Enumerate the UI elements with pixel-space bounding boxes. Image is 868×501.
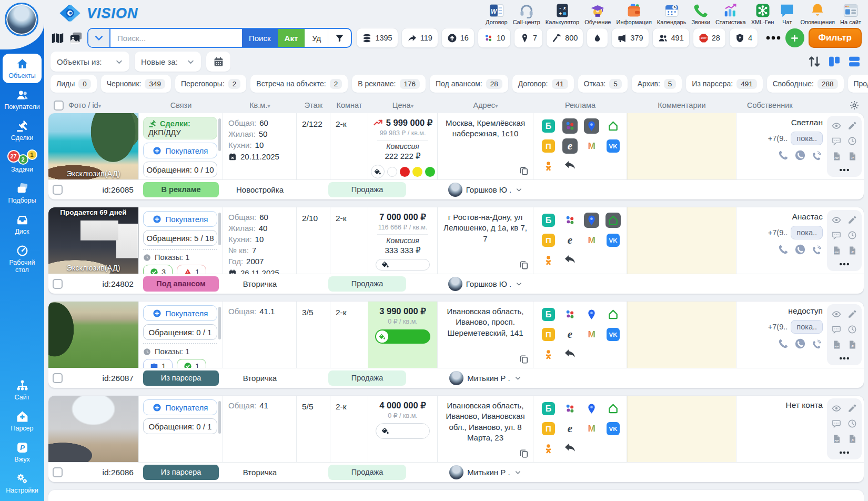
ad-platform-ok-icon[interactable] [541, 441, 556, 456]
deal-type-badge[interactable]: Продажа [328, 465, 407, 480]
ad-platform-reply-icon[interactable] [562, 253, 578, 268]
links-badge-checkc[interactable]: 3 [143, 265, 173, 274]
counter-users2[interactable]: 491 [652, 28, 690, 48]
status-badge[interactable]: Из парсера [143, 370, 219, 386]
app-site[interactable]: На сайт [837, 2, 864, 25]
comments-icon[interactable] [832, 231, 841, 240]
edit-icon[interactable] [847, 121, 857, 131]
viber-icon[interactable] [811, 338, 823, 349]
comments-icon[interactable] [832, 136, 841, 146]
app-stats[interactable]: Статистика [713, 2, 749, 25]
status-tab-0[interactable]: Лиды0 [51, 75, 97, 93]
history-icon[interactable] [847, 136, 857, 146]
list-view-icon[interactable] [847, 54, 862, 69]
comments-cell[interactable] [627, 113, 736, 179]
status-tab-2[interactable]: Переговоры:2 [175, 75, 246, 93]
view-icon[interactable] [832, 121, 841, 131]
search-options-toggle[interactable] [88, 29, 110, 47]
row-checkbox[interactable] [53, 279, 63, 289]
ad-platform-ok-icon[interactable] [541, 253, 556, 268]
history-icon[interactable] [847, 231, 857, 240]
ad-platform-reply-icon[interactable] [562, 441, 578, 456]
ad-platform-ie-icon[interactable]: e [562, 327, 578, 342]
col-area[interactable]: Кв.м. [249, 101, 270, 109]
show-phone-button[interactable]: пока.. [791, 226, 823, 239]
deal-panel[interactable]: Сделки: ДКП/ДДУ [143, 117, 217, 139]
more-actions-icon[interactable] [839, 355, 850, 362]
status-tab-11[interactable]: Продан:3 [848, 75, 868, 93]
counter-db[interactable]: 1395 [356, 28, 398, 48]
ad-progress-bar[interactable] [375, 329, 431, 344]
ad-platform-dots4-icon[interactable] [562, 401, 578, 416]
comments-cell[interactable] [627, 207, 736, 274]
counter-upc[interactable]: 16 [441, 28, 475, 48]
listing-photo[interactable] [48, 396, 138, 462]
links-badge-brief[interactable]: 1 [143, 359, 173, 368]
links-badge-checkc[interactable]: 1 [177, 359, 206, 368]
status-badge[interactable]: В рекламе [143, 182, 219, 197]
ud-button[interactable]: Уд [305, 29, 328, 47]
sidebar-item-collections[interactable]: Подборы [3, 178, 42, 208]
color-swatch[interactable] [425, 167, 435, 177]
app-grad[interactable]: Обучение [582, 2, 613, 25]
view-icon[interactable] [832, 404, 841, 413]
ad-platform-bn-icon[interactable]: Б [541, 213, 556, 228]
select-all-checkbox[interactable] [54, 101, 64, 111]
counter-mega[interactable]: 379 [611, 28, 649, 48]
whatsapp-icon[interactable] [794, 149, 806, 161]
requests-pill[interactable]: Обращения: 0 / 1 [143, 418, 217, 434]
ad-platform-bn-icon[interactable]: Б [541, 118, 556, 134]
agent[interactable]: Горшков Ю . [438, 277, 533, 291]
status-tab-4[interactable]: В рекламе:176 [352, 75, 426, 93]
counter-stop[interactable]: STOP28 [693, 28, 726, 48]
col-price[interactable]: Цена [392, 101, 413, 109]
presentation-export-icon[interactable]: P [847, 434, 857, 444]
color-swatch[interactable] [412, 167, 422, 177]
counter-share[interactable]: 119 [401, 28, 438, 48]
more-actions-icon[interactable] [839, 449, 850, 456]
counter-dots4[interactable]: 10 [478, 28, 511, 48]
map-icon[interactable] [51, 31, 65, 45]
deal-type-badge[interactable]: Продажа [328, 370, 407, 386]
photo-cell[interactable]: Эксклюзив(АД) [48, 113, 139, 179]
comments-icon[interactable] [832, 419, 841, 428]
photo-cell[interactable] [48, 396, 139, 462]
app-wallet[interactable]: Информация [613, 2, 654, 25]
status-tab-9[interactable]: Из парсера:491 [686, 75, 762, 93]
ad-platform-vk-icon[interactable]: VK [605, 327, 621, 342]
listing-photo[interactable]: Эксклюзив(АД) [48, 113, 138, 179]
search-filter-button[interactable] [328, 29, 351, 47]
app-word[interactable]: WДоговор [483, 2, 510, 25]
calendar-button[interactable] [206, 52, 230, 72]
ad-platform-gm-icon[interactable]: M [584, 138, 599, 154]
filter-button[interactable]: Фильтр [809, 28, 862, 48]
sidebar-item-tasks[interactable]: 2721Задачи [3, 147, 42, 177]
show-phone-button[interactable]: пока.. [791, 132, 823, 145]
status-badge[interactable]: Под авансом [143, 276, 219, 292]
more-options-icon[interactable] [765, 32, 781, 44]
user-avatar[interactable] [5, 3, 38, 36]
logo[interactable]: VISION [56, 4, 138, 23]
app-xml[interactable]: XML-Ген [749, 2, 777, 25]
ad-platform-dots4-icon[interactable] [562, 118, 578, 134]
row-checkbox[interactable] [53, 185, 63, 195]
app-bell[interactable]: Оповещения [798, 2, 837, 25]
comments-icon[interactable] [832, 325, 841, 334]
status-tab-8[interactable]: Архив:5 [632, 75, 682, 93]
deal-type-badge[interactable]: Продажа [328, 276, 407, 292]
ad-platform-gm-icon[interactable]: M [584, 327, 599, 342]
status-tab-1[interactable]: Черновик:349 [101, 75, 171, 93]
listing-photo[interactable]: Продается 69 дней Эксклюзив(АД) [48, 207, 138, 274]
sidebar-item-desktop[interactable]: Рабочий стол [3, 241, 42, 277]
presentation-export-icon[interactable]: P [847, 340, 857, 349]
color-swatch[interactable] [400, 167, 410, 177]
sidebar-item-disk[interactable]: Диск [3, 209, 42, 239]
status-tab-5[interactable]: Под авансом:28 [430, 75, 508, 93]
listing-photo[interactable] [48, 302, 138, 368]
presentation-export-icon[interactable]: P [847, 246, 857, 255]
status-tab-3[interactable]: Встреча на объекте:2 [250, 75, 348, 93]
ad-platform-ya-icon[interactable]: П [541, 233, 556, 248]
presentation-export-icon[interactable]: P [847, 152, 857, 161]
ad-platform-vk-icon[interactable]: VK [605, 421, 621, 436]
ad-platform-reply-icon[interactable] [562, 158, 578, 174]
